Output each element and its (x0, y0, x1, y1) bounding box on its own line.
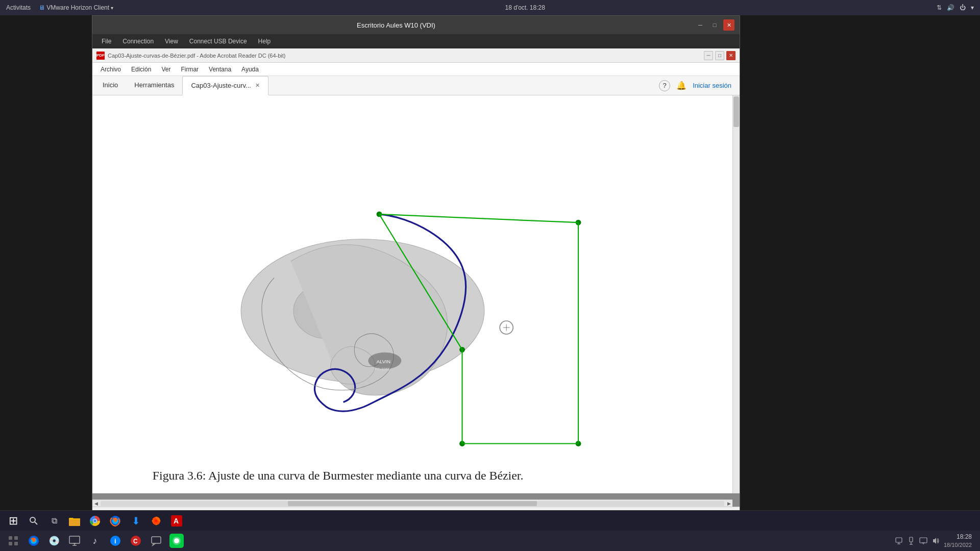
svg-rect-53 (910, 537, 913, 542)
acrobat-menubar: Archivo Edición Ver Firmar Ventana Ayuda (92, 63, 740, 76)
download-button[interactable]: ⬇ (127, 512, 145, 530)
close-button[interactable]: ✕ (723, 19, 734, 31)
network-tray-icon (895, 537, 903, 545)
svg-rect-38 (69, 536, 80, 543)
scrollbar-horizontal[interactable]: ◀ ▶ (92, 499, 732, 507)
pdf-content: ALVIN FC-3361 Figura 3.6: Ajuste de una … (92, 95, 740, 507)
svg-point-49 (174, 538, 179, 543)
svg-rect-33 (14, 536, 18, 540)
menu-file[interactable]: File (96, 37, 116, 46)
vmware-app-label[interactable]: 🖥 VMware Horizon Client ▾ (39, 4, 113, 11)
svg-rect-46 (152, 537, 161, 543)
maximize-button[interactable]: □ (709, 19, 720, 31)
display-button[interactable] (65, 532, 84, 550)
menu-connection[interactable]: Connection (117, 37, 159, 46)
system-tray: 18:28 18/10/2022 (895, 533, 976, 548)
menu-ventana[interactable]: Ventana (205, 65, 235, 74)
tab-herramientas[interactable]: Herramientas (126, 76, 182, 95)
chrome-button[interactable] (86, 512, 104, 530)
apps-grid-button[interactable] (4, 532, 22, 550)
systray-date: 18/10/2022 (944, 541, 972, 548)
acrobat-minimize[interactable]: ─ (704, 51, 713, 60)
svg-rect-21 (69, 518, 80, 526)
signin-button[interactable]: Iniciar sesión (693, 82, 731, 89)
scroll-thumb-horizontal[interactable] (288, 501, 537, 506)
music-button[interactable]: ♪ (86, 532, 104, 550)
menu-ayuda[interactable]: Ayuda (237, 65, 263, 74)
systray-datetime: 18:28 18/10/2022 (944, 533, 972, 548)
tab-document[interactable]: Cap03-Ajuste-curv... ✕ (182, 76, 268, 95)
menu-edicion[interactable]: Edición (127, 65, 155, 74)
scroll-track-horizontal[interactable] (101, 501, 724, 506)
vmware-titlebar: Escritorio Aules W10 (VDI) ─ □ ✕ (92, 16, 740, 34)
svg-rect-35 (14, 542, 18, 545)
menu-connect-usb[interactable]: Connect USB Device (184, 37, 252, 46)
cau-button[interactable]: C (127, 532, 145, 550)
tab-close-button[interactable]: ✕ (255, 82, 260, 89)
acrobat-close[interactable]: ✕ (726, 51, 736, 60)
svg-point-4 (576, 441, 581, 446)
menu-archivo[interactable]: Archivo (96, 65, 125, 74)
taskbar-top-row: ⊞ ⧉ (0, 510, 980, 531)
help-circle-icon[interactable]: ? (659, 80, 670, 91)
scroll-right-arrow[interactable]: ▶ (725, 501, 732, 506)
bell-icon[interactable]: 🔔 (676, 81, 687, 90)
search-button[interactable] (24, 512, 43, 530)
acrobat-controls: ─ □ ✕ (704, 51, 736, 60)
taskbar-bottom-row: 💿 ♪ i C (0, 531, 980, 551)
svg-point-1 (293, 283, 360, 338)
file-explorer-button[interactable] (65, 512, 84, 530)
minimize-button[interactable]: ─ (695, 19, 706, 31)
windows-start-button[interactable]: ⊞ (4, 512, 22, 530)
menu-firmar[interactable]: Firmar (177, 65, 203, 74)
firefox-button[interactable] (106, 512, 125, 530)
pdf-icon: PDF (96, 52, 105, 60)
svg-point-19 (30, 517, 35, 522)
svg-text:Figura 3.6: Ajuste de una curv: Figura 3.6: Ajuste de una curva de Burme… (153, 469, 524, 482)
svg-point-12 (368, 353, 401, 369)
taskbar: ⊞ ⧉ (0, 510, 980, 551)
datetime-label: 18 d'oct. 18:28 (505, 4, 545, 11)
scroll-thumb-vertical[interactable] (733, 96, 739, 127)
acrobat-tabbar: Inicio Herramientas Cap03-Ajuste-curv...… (92, 76, 740, 95)
system-topbar: Activitats 🖥 VMware Horizon Client ▾ 18 … (0, 0, 980, 15)
green-app-button[interactable] (167, 532, 186, 550)
acrobat-button[interactable]: A (167, 512, 186, 530)
svg-point-3 (576, 220, 581, 226)
svg-line-20 (35, 522, 37, 524)
settings-gear-button[interactable] (147, 512, 165, 530)
acrobat-restore[interactable]: □ (715, 51, 724, 60)
bezier-illustration: ALVIN FC-3361 Figura 3.6: Ajuste de una … (92, 95, 732, 493)
scroll-left-arrow[interactable]: ◀ (92, 501, 100, 506)
firefox-alt-button[interactable] (24, 532, 43, 550)
svg-line-11 (379, 214, 462, 349)
disk-button[interactable]: 💿 (45, 532, 63, 550)
svg-text:i: i (114, 537, 116, 545)
svg-point-2 (377, 212, 382, 217)
power-icon: ⏻ (960, 4, 966, 11)
menu-view[interactable]: View (160, 37, 183, 46)
svg-line-7 (379, 214, 578, 222)
volume-icon: 🔊 (947, 4, 954, 11)
acrobat-window: PDF Cap03-Ajuste-curvas-de-Bézier.pdf - … (92, 48, 740, 520)
info-button[interactable]: i (106, 532, 125, 550)
tab-inicio[interactable]: Inicio (94, 76, 126, 95)
systray-time: 18:28 (944, 533, 972, 541)
usb-tray-icon (907, 537, 915, 545)
svg-point-29 (155, 519, 158, 522)
svg-point-25 (93, 519, 96, 522)
task-view-button[interactable]: ⧉ (45, 512, 63, 530)
svg-rect-56 (920, 538, 927, 543)
pdf-page: ALVIN FC-3361 Figura 3.6: Ajuste de una … (92, 95, 732, 493)
menu-ver[interactable]: Ver (157, 65, 175, 74)
vmware-window-title: Escritorio Aules W10 (VDI) (357, 21, 435, 29)
svg-point-6 (459, 347, 465, 353)
menu-help[interactable]: Help (253, 37, 276, 46)
activitats-label[interactable]: Activitats (6, 4, 31, 11)
chat-button[interactable] (147, 532, 165, 550)
vmware-window: Escritorio Aules W10 (VDI) ─ □ ✕ File Co… (92, 15, 740, 520)
scrollbar-vertical[interactable] (732, 95, 740, 493)
svg-point-5 (459, 441, 465, 446)
svg-rect-34 (9, 542, 12, 545)
display-tray-icon (919, 537, 927, 545)
